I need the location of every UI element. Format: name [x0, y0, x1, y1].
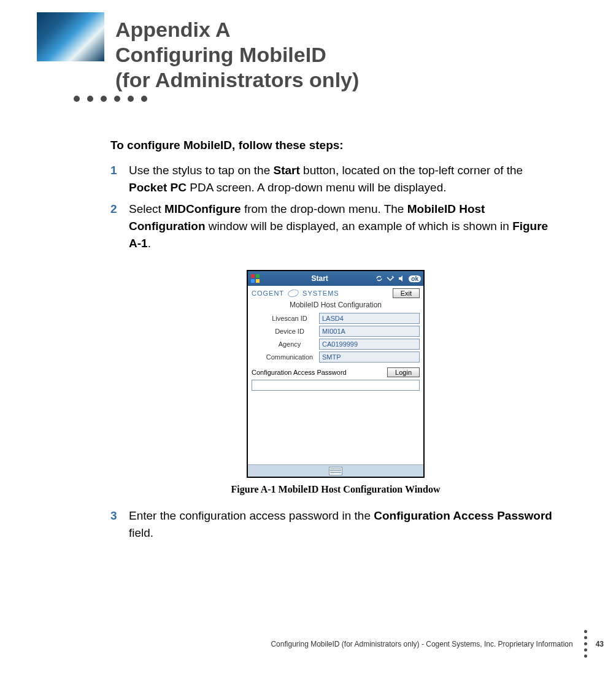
svg-rect-2	[251, 279, 255, 283]
ppc-title-text[interactable]: Start	[264, 274, 375, 283]
config-password-label: Configuration Access Password	[252, 369, 347, 376]
svg-rect-1	[256, 274, 260, 278]
device-input[interactable]	[319, 326, 420, 337]
svg-rect-3	[256, 279, 260, 283]
step-3-text: Enter the configuration access password …	[129, 507, 561, 541]
sync-icon[interactable]	[375, 275, 383, 282]
step-1: 1 Use the stylus to tap on the Start but…	[110, 162, 561, 196]
speaker-icon[interactable]	[398, 275, 405, 282]
svg-marker-5	[399, 275, 402, 282]
keyboard-icon[interactable]	[329, 467, 342, 475]
ok-button[interactable]: ok	[409, 275, 421, 282]
footer-text: Configuring MobileID (for Administrators…	[271, 640, 572, 648]
device-label: Device ID	[260, 328, 319, 335]
ppc-bottom-bar	[248, 464, 423, 477]
step-number: 1	[110, 162, 129, 196]
livescan-label: Livescan ID	[260, 315, 319, 322]
agency-input[interactable]	[319, 339, 420, 350]
svg-rect-0	[251, 274, 255, 278]
step-2-text: Select MIDConfigure from the drop-down m…	[129, 201, 561, 252]
page-number: 43	[596, 640, 604, 648]
login-button[interactable]: Login	[387, 367, 420, 377]
step-3: 3 Enter the configuration access passwor…	[110, 507, 561, 541]
footer-dots	[584, 630, 587, 658]
communication-input[interactable]	[319, 351, 420, 363]
chapter-title: Appendix A Configuring MobileID (for Adm…	[115, 12, 359, 92]
step-2: 2 Select MIDConfigure from the drop-down…	[110, 201, 561, 252]
page-footer: Configuring MobileID (for Administrators…	[0, 630, 616, 658]
figure-caption: Figure A-1 MobileID Host Configuration W…	[110, 484, 561, 495]
step-number: 2	[110, 201, 129, 252]
livescan-input[interactable]	[319, 313, 420, 324]
signal-icon[interactable]	[387, 275, 394, 282]
title-line-2: Configuring MobileID	[115, 42, 359, 67]
ppc-titlebar: Start ok	[248, 271, 423, 286]
title-line-1: Appendix A	[115, 17, 359, 42]
exit-button[interactable]: Exit	[393, 288, 420, 298]
ppc-section-title: MobileID Host Configuration	[252, 301, 420, 309]
agency-label: Agency	[260, 340, 319, 348]
step-number: 3	[110, 507, 129, 541]
cogent-logo: COGENT SYSTEMS	[252, 290, 339, 297]
step-1-text: Use the stylus to tap on the Start butto…	[129, 162, 561, 196]
title-line-3: (for Administrators only)	[115, 67, 359, 93]
figure-screenshot: Start ok COGENT SYSTEMS	[247, 270, 425, 478]
config-password-input[interactable]	[252, 380, 420, 391]
windows-flag-icon[interactable]	[250, 274, 260, 283]
communication-label: Communication	[260, 353, 319, 361]
intro-text: To configure MobileID, follow these step…	[110, 139, 561, 152]
cogent-swirl-icon	[287, 288, 299, 298]
decorative-dots	[74, 96, 579, 102]
header-decorative-image	[37, 12, 104, 61]
